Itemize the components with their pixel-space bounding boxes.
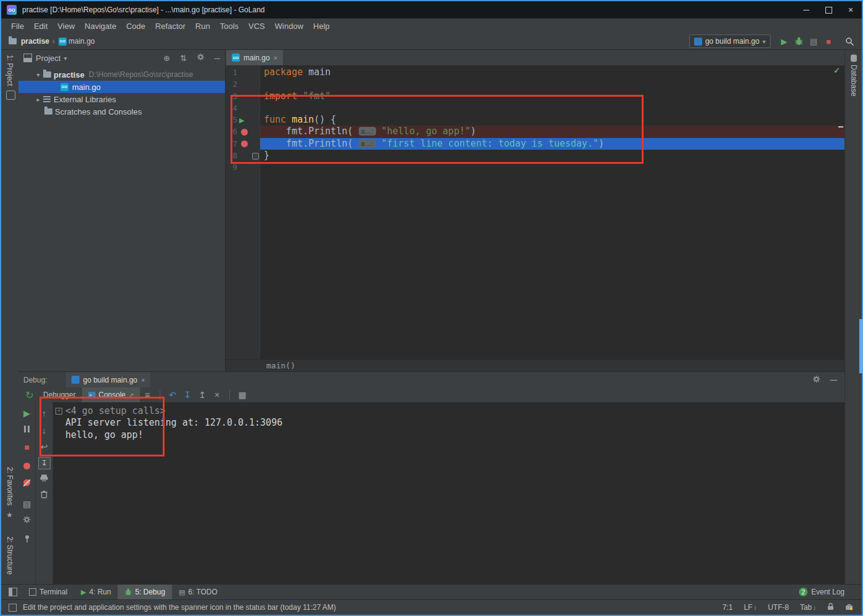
debug-session-tab[interactable]: go build main.go × bbox=[66, 372, 151, 387]
menu-help[interactable]: Help bbox=[308, 22, 335, 31]
hide-panel-icon[interactable]: ─ bbox=[830, 375, 837, 386]
code-line-8[interactable]: } bbox=[260, 150, 845, 161]
code-line-6[interactable]: fmt.Println( a…: "hello, go app!") bbox=[260, 126, 845, 137]
tree-item-maingo[interactable]: GO main.go bbox=[18, 81, 225, 93]
hide-panel-icon[interactable]: ─ bbox=[215, 54, 220, 63]
toolwindow-terminal[interactable]: Terminal bbox=[22, 585, 74, 599]
pin-icon[interactable] bbox=[18, 535, 35, 543]
close-tab-icon[interactable]: × bbox=[274, 54, 277, 62]
expand-collapse-icon[interactable]: ⇅ bbox=[180, 54, 187, 63]
mute-breakpoints-icon[interactable] bbox=[18, 479, 35, 486]
code-line-7[interactable]: fmt.Println( a…: "first line content: to… bbox=[260, 138, 845, 150]
coverage-button[interactable]: ▤ bbox=[806, 34, 821, 49]
chevron-down-icon[interactable]: ▾ bbox=[63, 55, 67, 62]
gear-icon[interactable] bbox=[197, 53, 205, 63]
clear-icon[interactable]: × bbox=[210, 390, 224, 400]
tree-item-root[interactable]: ▾ practise D:\Home\Repos\Go\src\practise bbox=[18, 68, 225, 81]
run-button[interactable]: ▶ bbox=[777, 34, 791, 49]
prev-occurrence-icon[interactable]: ↑ bbox=[36, 408, 52, 418]
favorites-star-icon[interactable]: ★ bbox=[6, 511, 13, 519]
menu-refactor[interactable]: Refactor bbox=[150, 22, 190, 31]
encoding-widget[interactable]: UTF-8 bbox=[768, 603, 789, 612]
breadcrumb-project[interactable]: practise bbox=[21, 37, 49, 46]
debug-button[interactable] bbox=[791, 34, 806, 49]
close-button[interactable]: × bbox=[840, 1, 862, 18]
tree-item-scratches[interactable]: Scratches and Consoles bbox=[18, 105, 225, 118]
print-icon[interactable] bbox=[36, 474, 52, 482]
code-line-3[interactable]: import "fmt" bbox=[260, 91, 845, 102]
toolwindow-debug[interactable]: 5: Debug bbox=[118, 585, 172, 599]
maximize-button[interactable] bbox=[817, 1, 840, 18]
project-panel-title[interactable]: Project bbox=[36, 54, 60, 63]
stop-button[interactable]: ■ bbox=[821, 34, 836, 49]
caret-position-widget[interactable]: 7:1 bbox=[722, 603, 733, 612]
layout-menu-icon[interactable]: ≡ bbox=[140, 390, 155, 400]
tab-console[interactable]: >_ Console ↗ bbox=[82, 387, 140, 402]
up-the-stack-icon[interactable]: ↥ bbox=[195, 390, 210, 400]
menu-tools[interactable]: Tools bbox=[215, 22, 243, 31]
menu-view[interactable]: View bbox=[52, 22, 80, 31]
layout-grid-icon[interactable]: ▦ bbox=[235, 390, 250, 400]
stop-icon[interactable]: ■ bbox=[18, 442, 35, 452]
folder-icon bbox=[9, 38, 17, 44]
clear-console-icon[interactable] bbox=[36, 490, 52, 498]
sidebar-item-favorites[interactable]: 2: Favorites bbox=[6, 467, 14, 506]
sidebar-item-database[interactable]: Database bbox=[849, 65, 858, 96]
locate-file-icon[interactable]: ⊕ bbox=[163, 54, 170, 63]
code-line-5[interactable]: func main() { bbox=[260, 114, 845, 126]
search-everywhere-button[interactable] bbox=[842, 34, 857, 49]
menu-run[interactable]: Run bbox=[190, 22, 215, 31]
close-session-icon[interactable]: × bbox=[141, 376, 145, 384]
tab-maingo[interactable]: GO main.go × bbox=[226, 50, 283, 65]
code-line-4[interactable] bbox=[260, 102, 845, 114]
debug-console-output[interactable]: + <4 go setup calls> API server listenin… bbox=[53, 402, 845, 584]
settings-gear-icon[interactable] bbox=[18, 516, 35, 524]
fold-expand-icon[interactable]: + bbox=[55, 408, 62, 415]
run-gutter-icon[interactable]: ▶ bbox=[239, 116, 244, 124]
tree-item-external-libraries[interactable]: ▸ External Libraries bbox=[18, 93, 225, 105]
breakpoint-icon[interactable] bbox=[241, 129, 248, 136]
menu-code[interactable]: Code bbox=[121, 22, 150, 31]
event-log-button[interactable]: 2 Event Log bbox=[799, 588, 845, 596]
gear-icon[interactable] bbox=[812, 375, 820, 386]
menu-vcs[interactable]: VCS bbox=[243, 22, 270, 31]
menu-navigate[interactable]: Navigate bbox=[80, 22, 121, 31]
sidebar-item-project[interactable]: 1: Project bbox=[6, 55, 14, 86]
view-breakpoints-icon[interactable] bbox=[18, 463, 35, 469]
indent-widget[interactable]: Tab ↕ bbox=[800, 603, 816, 612]
tab-debugger[interactable]: Debugger bbox=[37, 387, 82, 402]
tree-collapse-icon[interactable]: ▾ bbox=[35, 71, 42, 78]
toolwindow-switcher-icon[interactable] bbox=[9, 588, 17, 596]
pause-icon[interactable] bbox=[18, 426, 35, 432]
project-toolwindow-icon[interactable] bbox=[6, 91, 15, 100]
restore-layout-icon[interactable]: ↶ bbox=[165, 390, 180, 400]
rerun-icon[interactable]: ↻ bbox=[22, 389, 37, 401]
sidebar-item-structure[interactable]: 2: Structure bbox=[6, 537, 14, 575]
database-icon[interactable] bbox=[850, 54, 857, 62]
menu-file[interactable]: File bbox=[6, 22, 29, 31]
menu-edit[interactable]: Edit bbox=[29, 22, 52, 31]
resume-icon[interactable]: ▶ bbox=[18, 408, 35, 418]
breadcrumb-file[interactable]: main.go bbox=[68, 37, 95, 46]
next-occurrence-icon[interactable]: ↓ bbox=[36, 426, 52, 436]
line-separator-widget[interactable]: LF ↕ bbox=[744, 603, 757, 612]
breakpoint-icon[interactable] bbox=[241, 140, 248, 147]
scroll-to-end-icon[interactable]: ↧ bbox=[36, 457, 52, 469]
tree-expand-icon[interactable]: ▸ bbox=[35, 96, 42, 103]
soft-wrap-icon[interactable]: ↩ bbox=[36, 442, 52, 452]
minimize-button[interactable] bbox=[795, 1, 817, 18]
status-context-icon[interactable] bbox=[9, 604, 17, 612]
code-line-9[interactable] bbox=[260, 161, 845, 173]
toolwindow-todo[interactable]: ▤ 6: TODO bbox=[172, 585, 224, 599]
restore-layout-icon[interactable]: ▤ bbox=[18, 499, 35, 509]
toolwindow-run[interactable]: ▶ 4: Run bbox=[74, 585, 118, 599]
run-configuration-select[interactable]: go build main.go ▾ bbox=[689, 34, 771, 48]
code-line-1[interactable]: package main bbox=[260, 67, 845, 78]
code-line-2[interactable] bbox=[260, 78, 845, 90]
down-the-stack-icon[interactable]: ↧ bbox=[180, 390, 195, 400]
inspections-ok-icon[interactable]: ✓ bbox=[833, 66, 840, 75]
menu-window[interactable]: Window bbox=[270, 22, 308, 31]
spanner-icon[interactable] bbox=[845, 603, 853, 612]
breadcrumb-main[interactable]: main() bbox=[266, 361, 295, 370]
lock-icon[interactable] bbox=[827, 602, 834, 612]
